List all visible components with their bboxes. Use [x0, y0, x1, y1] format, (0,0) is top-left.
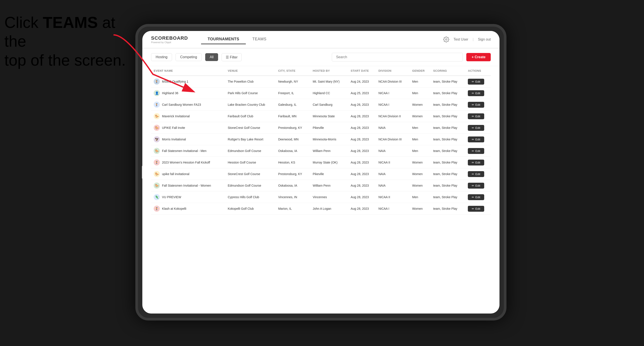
create-button[interactable]: + Create [466, 53, 491, 61]
cell-gender-9: Women [410, 180, 430, 191]
edit-button-4[interactable]: ✏ Edit [468, 125, 484, 131]
cell-division-9: NAIA [376, 180, 410, 191]
instruction-text: Click TEAMS at the top of the screen. [4, 13, 135, 70]
event-name-label-2: Carl Sandburg Women FA23 [162, 103, 201, 106]
edit-button-1[interactable]: ✏ Edit [468, 90, 484, 96]
edit-button-5[interactable]: ✏ Edit [468, 137, 484, 142]
tablet-frame: SCOREBOARD Powered by Clippit TOURNAMENT… [135, 24, 506, 321]
table-row: 🏌 2023 Women's Hesston Fall Kickoff Hess… [151, 157, 491, 168]
edit-button-6[interactable]: ✏ Edit [468, 148, 484, 154]
all-filter-btn[interactable]: All [205, 53, 218, 61]
col-actions: ACTIONS [465, 66, 491, 76]
event-icon-4: 🐎 [154, 125, 160, 131]
cell-division-1: NICAA I [376, 87, 410, 99]
separator: | [473, 37, 474, 41]
cell-hosted-by-7: Murray State (OK) [310, 157, 348, 168]
edit-icon-3: ✏ [472, 115, 474, 118]
cell-scoring-10: team, Stroke Play [430, 191, 465, 203]
cell-division-3: NCAA Division II [376, 111, 410, 122]
cell-hosted-by-0: Mt. Saint Mary (NY) [310, 76, 348, 87]
event-icon-8: 🐎 [154, 171, 160, 177]
tournaments-table: EVENT NAME VENUE CITY, STATE HOSTED BY S… [151, 66, 491, 214]
hosting-filter-btn[interactable]: Hosting [151, 53, 172, 61]
table-container: EVENT NAME VENUE CITY, STATE HOSTED BY S… [142, 66, 500, 314]
cell-city-state-4: Prestonsburg, KY [276, 122, 310, 134]
filter-toggle-btn[interactable]: ☰ Filter [222, 53, 242, 61]
event-name-label-3: Maverick Invitational [162, 115, 190, 118]
sign-out-link[interactable]: Sign out [478, 37, 491, 41]
cell-city-state-9: Oskaloosa, IA [276, 180, 310, 191]
cell-actions-5: ✏ Edit [465, 134, 491, 145]
cell-city-state-3: Faribault, MN [276, 111, 310, 122]
cell-scoring-0: team, Stroke Play [430, 76, 465, 87]
cell-scoring-6: team, Stroke Play [430, 145, 465, 157]
nav-tab-tournaments[interactable]: TOURNAMENTS [201, 35, 246, 44]
edit-button-7[interactable]: ✏ Edit [468, 160, 484, 166]
table-row: 🐎 UPIKE Fall Invite StoneCrest Golf Cour… [151, 122, 491, 134]
edit-button-11[interactable]: ✏ Edit [468, 206, 484, 212]
settings-icon[interactable] [443, 36, 449, 42]
cell-start-date-5: Aug 28, 2023 [348, 134, 376, 145]
cell-hosted-by-3: Minnesota State [310, 111, 348, 122]
cell-actions-0: ✏ Edit [465, 76, 491, 87]
cell-event-name-3: 🐎 Maverick Invitational [151, 111, 225, 122]
event-icon-2: 🏌 [154, 102, 160, 108]
event-icon-0: 🏌 [154, 78, 160, 85]
cell-event-name-2: 🏌 Carl Sandburg Women FA23 [151, 99, 225, 111]
cell-event-name-10: 🦎 VU PREVIEW [151, 191, 225, 203]
cell-division-4: NAIA [376, 122, 410, 134]
cell-hosted-by-1: Highland CC [310, 87, 348, 99]
cell-gender-8: Women [410, 168, 430, 180]
nav-tab-teams[interactable]: TEAMS [246, 35, 273, 44]
event-icon-10: 🦎 [154, 194, 160, 200]
table-row: 🐎 Fall Statesmen Invitational - Women Ed… [151, 180, 491, 191]
cell-hosted-by-5: Minnesota-Morris [310, 134, 348, 145]
table-row: 🦎 VU PREVIEW Cypress Hills Golf Club Vin… [151, 191, 491, 203]
edit-button-8[interactable]: ✏ Edit [468, 171, 484, 177]
edit-icon-11: ✏ [472, 207, 474, 210]
cell-actions-6: ✏ Edit [465, 145, 491, 157]
cell-actions-10: ✏ Edit [465, 191, 491, 203]
edit-button-0[interactable]: ✏ Edit [468, 79, 484, 85]
event-icon-1: 👤 [154, 90, 160, 96]
cell-gender-0: Men [410, 76, 430, 87]
edit-icon-0: ✏ [472, 80, 474, 83]
cell-venue-0: The Powelton Club [225, 76, 276, 87]
cell-start-date-1: Aug 25, 2023 [348, 87, 376, 99]
cell-start-date-10: Aug 28, 2023 [348, 191, 376, 203]
edit-button-3[interactable]: ✏ Edit [468, 113, 484, 119]
edit-icon-4: ✏ [472, 126, 474, 130]
cell-venue-1: Park Hills Golf Course [225, 87, 276, 99]
cell-city-state-5: Deerwood, MN [276, 134, 310, 145]
cell-venue-5: Ruttger's Bay Lake Resort [225, 134, 276, 145]
edit-button-2[interactable]: ✏ Edit [468, 102, 484, 108]
cell-city-state-11: Marion, IL [276, 203, 310, 214]
search-input[interactable] [332, 53, 463, 61]
cell-gender-4: Men [410, 122, 430, 134]
event-name-label-6: Fall Statesmen Invitational - Men [162, 149, 206, 153]
filter-bar: Hosting Competing All ☰ Filter + Create [142, 48, 500, 66]
edit-icon-7: ✏ [472, 161, 474, 164]
table-row: 🏌 Klash at Kokopelli Kokopelli Golf Club… [151, 203, 491, 214]
cell-scoring-8: team, Stroke Play [430, 168, 465, 180]
cell-start-date-3: Aug 28, 2023 [348, 111, 376, 122]
cell-start-date-9: Aug 28, 2023 [348, 180, 376, 191]
competing-filter-btn[interactable]: Competing [176, 53, 202, 61]
cell-event-name-0: 🏌 MSMC Qualifying 1 [151, 76, 225, 87]
table-row: 🐎 Fall Statesmen Invitational - Men Edmu… [151, 145, 491, 157]
edit-icon-2: ✏ [472, 103, 474, 106]
edit-button-9[interactable]: ✏ Edit [468, 183, 484, 188]
cell-event-name-6: 🐎 Fall Statesmen Invitational - Men [151, 145, 225, 157]
cell-start-date-0: Aug 24, 2023 [348, 76, 376, 87]
cell-actions-8: ✏ Edit [465, 168, 491, 180]
edit-icon-8: ✏ [472, 173, 474, 176]
app-header: SCOREBOARD Powered by Clippit TOURNAMENT… [142, 31, 500, 48]
table-row: 🏌 Carl Sandburg Women FA23 Lake Bracken … [151, 99, 491, 111]
edit-button-10[interactable]: ✏ Edit [468, 194, 484, 200]
cell-venue-8: StoneCrest Golf Course [225, 168, 276, 180]
logo-area: SCOREBOARD Powered by Clippit [151, 35, 188, 44]
table-row: 🐎 Maverick Invitational Faribault Golf C… [151, 111, 491, 122]
cell-actions-9: ✏ Edit [465, 180, 491, 191]
cell-actions-11: ✏ Edit [465, 203, 491, 214]
edit-icon-5: ✏ [472, 138, 474, 141]
